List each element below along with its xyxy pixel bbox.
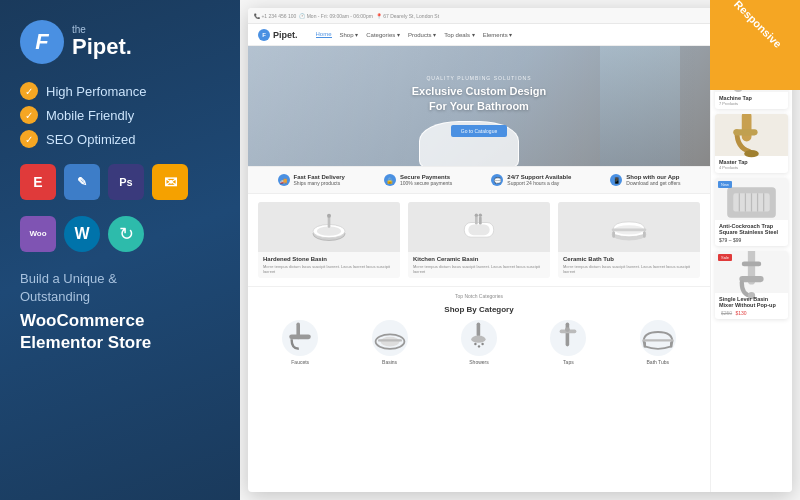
svg-rect-38: [733, 129, 757, 135]
svg-rect-13: [612, 228, 647, 231]
sidebar-card-master-tap[interactable]: Master Tap 4 Products: [715, 114, 788, 173]
nav-logo: F Pipet.: [258, 29, 298, 41]
badge-sale-mixer: Sale: [718, 254, 732, 261]
hero-title: Exclusive Custom DesignFor Your Bathroom: [412, 84, 547, 113]
check-icon-seo: ✓: [20, 130, 38, 148]
svg-point-24: [478, 346, 480, 348]
svg-point-37: [744, 150, 759, 157]
features-bar: 🚚 Fast Fast Delivery Ships many products…: [248, 166, 710, 194]
category-img-bathtubs: [640, 320, 676, 356]
feature-label-mobile: Mobile Friendly: [46, 108, 134, 123]
basin-2-svg: [459, 210, 499, 245]
woocommerce-icon: Woo: [20, 216, 56, 252]
basin-1-svg: [309, 210, 349, 245]
price-new-mixer: $130: [736, 310, 747, 316]
categories-subtitle: Top Notch Categories: [258, 293, 700, 299]
category-name-faucets: Faucets: [291, 359, 309, 365]
nav-logo-text: Pipet.: [273, 30, 298, 40]
svg-rect-20: [378, 340, 402, 342]
nav-link-shop[interactable]: Shop ▾: [340, 31, 359, 38]
master-tap-svg: [715, 114, 788, 165]
logo-name-text: Pipet.: [72, 35, 132, 59]
svg-point-4: [327, 213, 331, 217]
svg-point-23: [474, 343, 476, 345]
product-grid: Hardened Stone Basin Morre tempus dictum…: [258, 202, 700, 278]
svg-point-10: [479, 213, 482, 216]
responsive-badge: Responsive: [710, 0, 800, 90]
mailchimp-icon: ✉: [152, 164, 188, 200]
product-card-1[interactable]: Kitchen Ceramic Basin Morre tempus dictu…: [408, 202, 550, 278]
nav-link-products[interactable]: Products ▾: [408, 31, 436, 38]
sidebar-card-trap[interactable]: New Anti-Cockroach Trap: [715, 178, 788, 246]
topbar-address: 📍 67 Dearely St, London St: [376, 13, 439, 19]
category-showers[interactable]: Showers: [437, 320, 521, 365]
svg-rect-31: [670, 342, 672, 348]
svg-rect-49: [742, 261, 761, 266]
category-bathtubs[interactable]: Bath Tubs: [616, 320, 700, 365]
product-info-1: Kitchen Ceramic Basin Morre tempus dictu…: [408, 252, 550, 278]
refresh-icon: ↻: [108, 216, 144, 252]
tap-icon: [550, 320, 586, 356]
product-img-1: [408, 202, 550, 252]
svg-rect-8: [479, 216, 482, 224]
svg-point-2: [317, 226, 341, 235]
product-name-0: Hardened Stone Basin: [263, 256, 395, 262]
shower-icon: [461, 320, 497, 356]
feat-delivery: 🚚 Fast Fast Delivery Ships many products: [278, 174, 345, 186]
sidebar-card-mixer[interactable]: Sale Single Lever Basin Mixer Without Po…: [715, 251, 788, 319]
faucet-icon: [282, 320, 318, 356]
nav-link-top-deals[interactable]: Top deals ▾: [444, 31, 474, 38]
app-icon: 📱: [610, 174, 622, 186]
product-info-2: Ceramic Bath Tub Morre tempus dictum lac…: [558, 252, 700, 278]
product-img-2: [558, 202, 700, 252]
sidebar-card-sub-master-tap: 4 Products: [719, 165, 784, 170]
product-desc-1: Morre tempus dictum lacus suscipit laore…: [413, 264, 545, 274]
feature-item-mobile: ✓ Mobile Friendly: [20, 106, 220, 124]
svg-rect-17: [289, 335, 311, 340]
category-faucets[interactable]: Faucets: [258, 320, 342, 365]
svg-rect-26: [566, 323, 570, 347]
mockup-main: Quality Plumbing Solutions Exclusive Cus…: [248, 46, 792, 492]
svg-point-28: [565, 328, 570, 333]
svg-rect-21: [477, 323, 481, 337]
nav-link-home[interactable]: Home: [316, 31, 332, 38]
basin-icon: [372, 320, 408, 356]
nav-link-categories[interactable]: Categories ▾: [366, 31, 400, 38]
logo-icon: [20, 20, 64, 64]
product-card-2[interactable]: Ceramic Bath Tub Morre tempus dictum lac…: [558, 202, 700, 278]
right-panel: Responsive 📞 +1 234 456 100 🕐 Mon - Fri:…: [240, 0, 800, 500]
svg-rect-14: [612, 231, 615, 238]
categories-title: Shop By Category: [258, 305, 700, 314]
hero-subtitle: Quality Plumbing Solutions: [412, 75, 547, 81]
product-desc-2: Morre tempus dictum lacus suscipit laore…: [563, 264, 695, 274]
feat-support-text: 24/7 Support Available Support 24 hours …: [507, 174, 571, 186]
nav-link-elements[interactable]: Elements ▾: [483, 31, 513, 38]
category-img-taps: [550, 320, 586, 356]
hero-cta-button[interactable]: Go to Catalogue: [451, 125, 507, 137]
hero-content: Quality Plumbing Solutions Exclusive Cus…: [412, 75, 547, 137]
feature-item-performance: ✓ High Perfomance: [20, 82, 220, 100]
category-name-taps: Taps: [563, 359, 574, 365]
product-card-0[interactable]: Hardened Stone Basin Morre tempus dictum…: [258, 202, 400, 278]
support-icon: 💬: [491, 174, 503, 186]
topbar-phone: 📞 +1 234 456 100: [254, 13, 296, 19]
delivery-icon: 🚚: [278, 174, 290, 186]
category-basins[interactable]: Basins: [347, 320, 431, 365]
category-name-showers: Showers: [469, 359, 488, 365]
category-img-basins: [372, 320, 408, 356]
feature-label-performance: High Perfomance: [46, 84, 146, 99]
bathtub-svg: [609, 210, 649, 245]
feat-payment-text: Secure Payments 100% secure payments: [400, 174, 452, 186]
feat-delivery-text: Fast Fast Delivery Ships many products: [294, 174, 345, 186]
sidebar-card-img-master-tap: [715, 114, 788, 156]
feature-label-seo: SEO Optimized: [46, 132, 136, 147]
product-info-0: Hardened Stone Basin Morre tempus dictum…: [258, 252, 400, 278]
feat-app-text: Shop with our App Download and get offer…: [626, 174, 680, 186]
bathtub-small-icon: [640, 320, 676, 356]
svg-rect-29: [642, 340, 673, 342]
svg-point-22: [471, 336, 485, 343]
category-taps[interactable]: Taps: [526, 320, 610, 365]
svg-point-9: [475, 213, 478, 216]
category-name-bathtubs: Bath Tubs: [647, 359, 670, 365]
plugin-icons-row2: Woo W ↻: [20, 216, 220, 252]
